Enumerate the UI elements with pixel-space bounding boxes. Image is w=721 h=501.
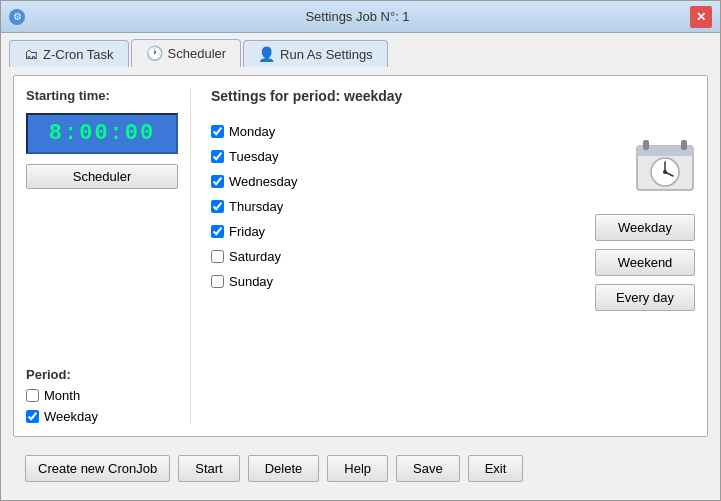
section-title: Settings for period: weekday <box>211 88 695 104</box>
sunday-label: Sunday <box>229 274 273 289</box>
tab-run-as-settings[interactable]: 👤 Run As Settings <box>243 40 388 67</box>
svg-point-7 <box>663 170 667 174</box>
days-and-buttons: Monday Tuesday Wednesday Thursday <box>211 118 695 424</box>
svg-rect-2 <box>643 140 649 150</box>
tab-z-cron-task[interactable]: 🗂 Z-Cron Task <box>9 40 129 67</box>
clock-icon-area <box>635 138 695 198</box>
tab-z-cron-task-label: Z-Cron Task <box>43 47 114 62</box>
wednesday-label: Wednesday <box>229 174 297 189</box>
clock-icon <box>635 138 695 198</box>
month-checkbox-item: Month <box>26 388 178 403</box>
tab-run-as-settings-label: Run As Settings <box>280 47 373 62</box>
tab-bar: 🗂 Z-Cron Task 🕐 Scheduler 👤 Run As Setti… <box>1 33 720 67</box>
start-button[interactable]: Start <box>178 455 239 482</box>
buttons-column: Weekday Weekend Every day <box>595 118 695 424</box>
thursday-item: Thursday <box>211 199 575 214</box>
thursday-label: Thursday <box>229 199 283 214</box>
starting-time-label: Starting time: <box>26 88 178 103</box>
exit-button[interactable]: Exit <box>468 455 524 482</box>
main-panel: Starting time: 8:00:00 Scheduler Period:… <box>13 75 708 437</box>
month-label: Month <box>44 388 80 403</box>
run-as-settings-icon: 👤 <box>258 46 275 62</box>
save-button[interactable]: Save <box>396 455 460 482</box>
monday-label: Monday <box>229 124 275 139</box>
create-new-cronjob-button[interactable]: Create new CronJob <box>25 455 170 482</box>
tuesday-label: Tuesday <box>229 149 278 164</box>
weekday-checkbox[interactable] <box>26 410 39 423</box>
scheduler-button[interactable]: Scheduler <box>26 164 178 189</box>
delete-button[interactable]: Delete <box>248 455 320 482</box>
tab-scheduler-label: Scheduler <box>168 46 227 61</box>
weekend-button[interactable]: Weekend <box>595 249 695 276</box>
tab-scheduler[interactable]: 🕐 Scheduler <box>131 39 242 67</box>
window-title: Settings Job N°: 1 <box>25 9 690 24</box>
scheduler-tab-icon: 🕐 <box>146 45 163 61</box>
period-section: Period: Month Weekday <box>26 367 178 424</box>
main-window: ⚙ Settings Job N°: 1 ✕ 🗂 Z-Cron Task 🕐 S… <box>0 0 721 501</box>
window-icon: ⚙ <box>9 9 25 25</box>
monday-item: Monday <box>211 124 575 139</box>
every-day-button[interactable]: Every day <box>595 284 695 311</box>
time-display[interactable]: 8:00:00 <box>26 113 178 154</box>
wednesday-checkbox[interactable] <box>211 175 224 188</box>
sunday-checkbox[interactable] <box>211 275 224 288</box>
tuesday-item: Tuesday <box>211 149 575 164</box>
friday-checkbox[interactable] <box>211 225 224 238</box>
left-panel: Starting time: 8:00:00 Scheduler Period:… <box>26 88 191 424</box>
wednesday-item: Wednesday <box>211 174 575 189</box>
saturday-checkbox[interactable] <box>211 250 224 263</box>
help-button[interactable]: Help <box>327 455 388 482</box>
thursday-checkbox[interactable] <box>211 200 224 213</box>
tuesday-checkbox[interactable] <box>211 150 224 163</box>
weekday-label: Weekday <box>44 409 98 424</box>
saturday-item: Saturday <box>211 249 575 264</box>
z-cron-task-icon: 🗂 <box>24 46 38 62</box>
right-panel: Settings for period: weekday Monday Tues… <box>201 88 695 424</box>
sunday-item: Sunday <box>211 274 575 289</box>
friday-item: Friday <box>211 224 575 239</box>
svg-rect-3 <box>681 140 687 150</box>
month-checkbox[interactable] <box>26 389 39 402</box>
bottom-bar: Create new CronJob Start Delete Help Sav… <box>13 447 708 492</box>
friday-label: Friday <box>229 224 265 239</box>
weekday-checkbox-item: Weekday <box>26 409 178 424</box>
saturday-label: Saturday <box>229 249 281 264</box>
days-column: Monday Tuesday Wednesday Thursday <box>211 118 575 424</box>
content-area: Starting time: 8:00:00 Scheduler Period:… <box>1 67 720 500</box>
title-bar: ⚙ Settings Job N°: 1 ✕ <box>1 1 720 33</box>
monday-checkbox[interactable] <box>211 125 224 138</box>
period-label: Period: <box>26 367 178 382</box>
close-button[interactable]: ✕ <box>690 6 712 28</box>
weekday-button[interactable]: Weekday <box>595 214 695 241</box>
